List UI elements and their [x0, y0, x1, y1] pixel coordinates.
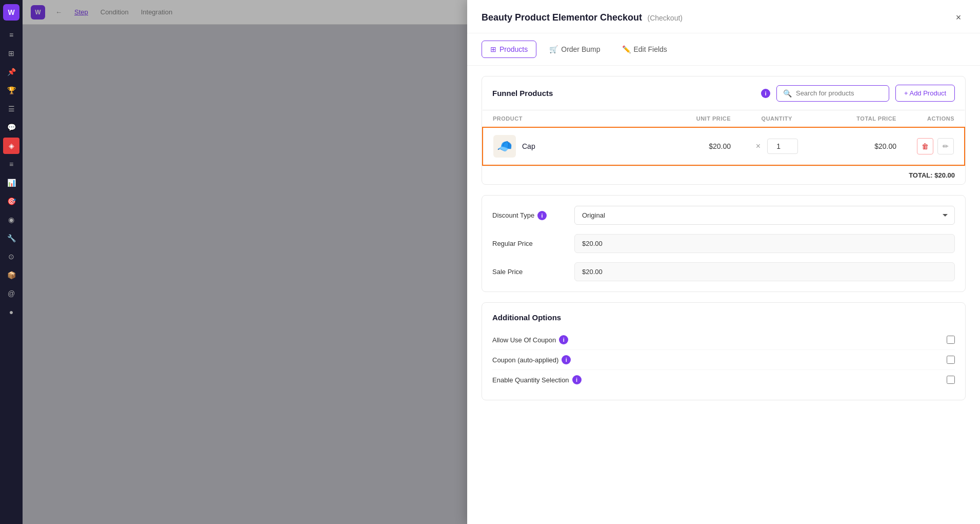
tab-products[interactable]: ⊞ Products: [482, 41, 536, 58]
regular-price-label: Regular Price: [492, 240, 574, 247]
coupon-auto-info-icon[interactable]: i: [562, 355, 571, 364]
col-header-total-price: Total Price: [812, 110, 907, 128]
sidebar-icon-grid[interactable]: ⊞: [3, 45, 19, 62]
funnel-products-section: Funnel Products i 🔍 + Add Product: [482, 76, 966, 185]
order-bump-tab-label: Order Bump: [561, 45, 600, 53]
discount-type-label: Discount Type i: [492, 211, 574, 220]
allow-coupon-checkbox[interactable]: [947, 336, 955, 344]
order-bump-tab-icon: 🛒: [549, 45, 558, 53]
total-row: TOTAL: $20.00: [482, 166, 965, 184]
quantity-cell: ×: [741, 127, 812, 165]
sale-price-control: [574, 262, 955, 281]
col-header-product: Product: [483, 110, 647, 128]
enable-qty-label: Enable Quantity Selection i: [492, 375, 582, 384]
additional-options-title: Additional Options: [492, 313, 955, 322]
sidebar-icon-pin[interactable]: 📌: [3, 64, 19, 80]
sidebar-icon-active[interactable]: ◈: [3, 138, 19, 154]
section-actions: i 🔍 + Add Product: [761, 85, 955, 102]
modal-body: Funnel Products i 🔍 + Add Product: [467, 66, 980, 524]
coupon-auto-label: Coupon (auto-applied) i: [492, 355, 571, 364]
total-price-value: $20.00: [874, 142, 896, 150]
background-editor: W ← Step Condition Integration Beauty Pr…: [23, 0, 980, 524]
total-value: $20.00: [934, 171, 955, 179]
discount-type-row: Discount Type i Original Percentage Fixe…: [492, 206, 955, 225]
sidebar-icon-at[interactable]: @: [3, 285, 19, 302]
allow-coupon-label: Allow Use Of Coupon i: [492, 335, 568, 344]
table-body: 🧢 Cap $20.00 ×: [483, 127, 965, 165]
col-header-unit-price: Unit Price: [647, 110, 741, 128]
sidebar: W ≡ ⊞ 📌 🏆 ☰ 💬 ◈ ≡ 📊 🎯 ◉ 🔧 ⊙ 📦 @ ●: [0, 0, 23, 524]
sidebar-icon-menu[interactable]: ≡: [3, 27, 19, 43]
edit-fields-tab-icon: ✏️: [622, 45, 631, 53]
product-cell: 🧢 Cap: [483, 127, 647, 165]
search-icon: 🔍: [783, 89, 792, 98]
products-tab-icon: ⊞: [490, 45, 496, 53]
delete-product-button[interactable]: 🗑: [917, 138, 933, 154]
sale-price-input: [574, 262, 955, 281]
unit-price-value: $20.00: [709, 142, 731, 150]
col-header-quantity: Quantity: [741, 110, 812, 128]
section-header: Funnel Products i 🔍 + Add Product: [482, 76, 965, 110]
table-header: Product Unit Price Quantity Total Price …: [483, 110, 965, 128]
sidebar-icon-wrench[interactable]: 🔧: [3, 230, 19, 246]
modal-overlay: Beauty Product Elementor Checkout (Check…: [23, 0, 980, 524]
sidebar-icon-bars[interactable]: ≡: [3, 156, 19, 172]
search-input-wrapper: 🔍: [776, 85, 889, 102]
col-header-actions: Actions: [907, 110, 965, 128]
allow-coupon-info-icon[interactable]: i: [559, 335, 568, 344]
modal-title-group: Beauty Product Elementor Checkout (Check…: [482, 12, 683, 23]
product-name: Cap: [522, 142, 535, 150]
regular-price-row: Regular Price: [492, 234, 955, 253]
multiply-icon: ×: [756, 142, 761, 150]
regular-price-input: [574, 234, 955, 253]
products-tab-label: Products: [499, 45, 528, 53]
funnel-products-title: Funnel Products: [492, 89, 553, 98]
modal-title: Beauty Product Elementor Checkout: [482, 12, 642, 23]
search-input[interactable]: [796, 89, 883, 97]
table-row: 🧢 Cap $20.00 ×: [483, 127, 965, 165]
products-table: Product Unit Price Quantity Total Price …: [482, 110, 965, 166]
tab-edit-fields[interactable]: ✏️ Edit Fields: [613, 41, 676, 58]
sidebar-icon-chart[interactable]: 📊: [3, 174, 19, 191]
edit-product-button[interactable]: ✏: [937, 138, 954, 154]
sidebar-icon-dot[interactable]: ⊙: [3, 248, 19, 265]
quantity-input[interactable]: [767, 139, 798, 154]
sale-price-row: Sale Price: [492, 262, 955, 281]
sidebar-icon-circle[interactable]: ◉: [3, 211, 19, 228]
modal-subtitle: (Checkout): [648, 14, 683, 22]
total-price-cell: $20.00: [812, 127, 907, 165]
coupon-auto-checkbox[interactable]: [947, 356, 955, 364]
enable-qty-checkbox[interactable]: [947, 376, 955, 384]
sidebar-icon-trophy[interactable]: 🏆: [3, 82, 19, 99]
discount-type-info-icon[interactable]: i: [537, 211, 547, 220]
funnel-products-info-icon[interactable]: i: [761, 89, 770, 98]
enable-qty-info-icon[interactable]: i: [572, 375, 582, 384]
coupon-auto-row: Coupon (auto-applied) i: [492, 350, 955, 370]
sidebar-logo: W: [3, 4, 19, 21]
close-button[interactable]: ×: [951, 10, 966, 25]
total-label: TOTAL:: [909, 171, 932, 179]
sidebar-icon-list[interactable]: ☰: [3, 101, 19, 117]
tab-bar: ⊞ Products 🛒 Order Bump ✏️ Edit Fields: [467, 33, 980, 66]
modal-header: Beauty Product Elementor Checkout (Check…: [467, 0, 980, 33]
modal-panel: Beauty Product Elementor Checkout (Check…: [467, 0, 980, 524]
allow-coupon-row: Allow Use Of Coupon i: [492, 330, 955, 350]
sale-price-label: Sale Price: [492, 268, 574, 276]
add-product-button[interactable]: + Add Product: [895, 85, 955, 102]
additional-options-section: Additional Options Allow Use Of Coupon i…: [482, 302, 966, 400]
regular-price-control: [574, 234, 955, 253]
sidebar-icon-circle2[interactable]: ●: [3, 304, 19, 320]
enable-qty-row: Enable Quantity Selection i: [492, 370, 955, 390]
actions-cell: 🗑 ✏: [907, 127, 965, 165]
tab-order-bump[interactable]: 🛒 Order Bump: [541, 41, 609, 58]
sidebar-icon-chat[interactable]: 💬: [3, 119, 19, 135]
discount-type-control: Original Percentage Fixed: [574, 206, 955, 225]
edit-fields-tab-label: Edit Fields: [634, 45, 667, 53]
product-image: 🧢: [493, 135, 516, 158]
sidebar-icon-box[interactable]: 📦: [3, 267, 19, 283]
unit-price-cell: $20.00: [647, 127, 741, 165]
sidebar-icon-target[interactable]: 🎯: [3, 193, 19, 209]
discount-type-select[interactable]: Original Percentage Fixed: [574, 206, 955, 225]
discount-section: Discount Type i Original Percentage Fixe…: [482, 195, 966, 292]
